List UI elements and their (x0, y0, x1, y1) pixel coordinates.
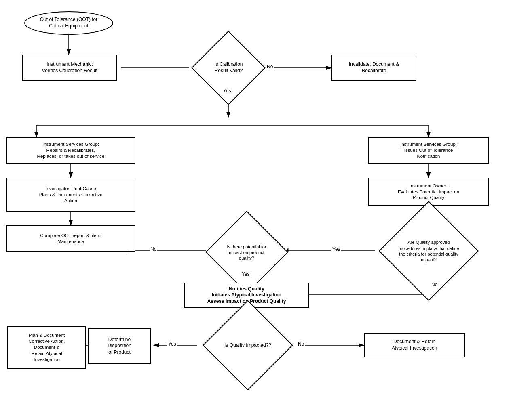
invalidate-node: Invalidate, Document &Recalibrate (331, 55, 416, 81)
issues-notification-node: Instrument Services Group:Issues Out of … (368, 137, 489, 164)
no-label-qp: No (431, 282, 438, 288)
no-label-qi: No (297, 341, 305, 347)
document-retain-node: Document & RetainAtypical Investigation (364, 333, 465, 357)
investigates-node: Investigates Root CausePlans & Documents… (6, 178, 135, 212)
determine-disposition-node: DetermineDispositionof Product (88, 328, 151, 364)
quality-impacted-diamond: Is Quality Impacted?? (197, 323, 298, 368)
yes-label-qp: Yes (331, 246, 341, 252)
complete-oot-node: Complete OOT report & file inMaintenance (6, 225, 135, 252)
no-label-calibration: No (266, 64, 274, 69)
plan-document-node: Plan & DocumentCorrective Action,Documen… (7, 326, 86, 369)
yes-label-calibration: Yes (222, 88, 232, 94)
flowchart: Out of Tolerance (OOT) forCritical Equip… (0, 0, 532, 403)
potential-impact-diamond: Is there potential for impact on product… (206, 230, 287, 275)
no-label-pi: No (150, 246, 157, 252)
repairs-node: Instrument Services Group:Repairs & Reca… (6, 137, 135, 164)
start-node: Out of Tolerance (OOT) forCritical Equip… (24, 11, 113, 35)
yes-label-pi: Yes (241, 271, 251, 277)
calibration-valid-diamond: Is CalibrationResult Valid? (189, 48, 268, 88)
quality-procedures-diamond: Are Quality-approved procedures in place… (375, 221, 482, 281)
yes-label-qi: Yes (167, 341, 177, 347)
verifies-node: Instrument Mechanic:Verifies Calibration… (22, 55, 117, 81)
